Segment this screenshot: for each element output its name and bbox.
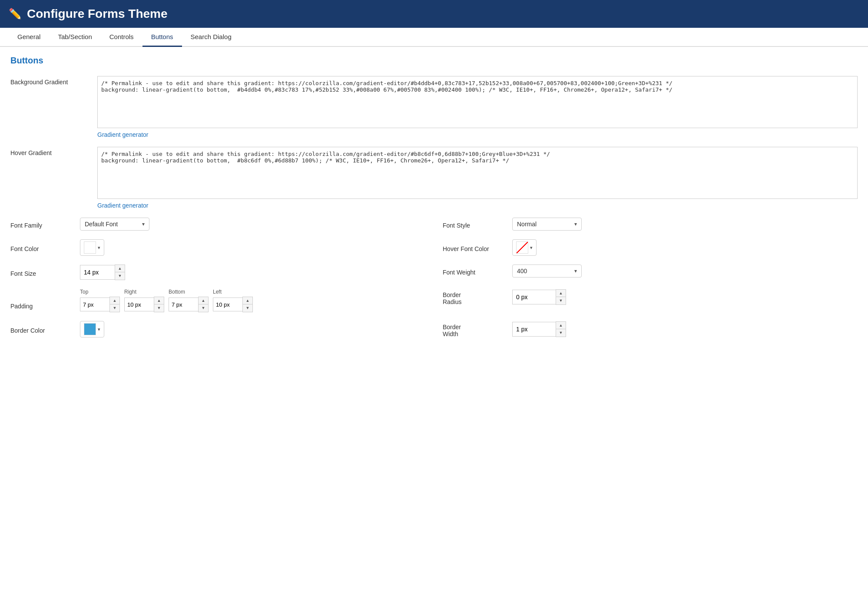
border-radius-input[interactable] [512,290,556,304]
padding-bottom-input-wrapper: ▲ ▼ [169,297,209,312]
tab-general[interactable]: General [9,28,49,47]
border-color-label: Border Color [10,324,80,334]
font-family-select[interactable]: Default Font ▾ [80,218,149,231]
hover-font-color-button[interactable]: ▾ [512,239,537,256]
padding-row: Padding Top ▲ ▼ Right [10,289,858,312]
chevron-down-icon-5: ▾ [574,268,577,274]
border-width-spinners: ▲ ▼ [556,321,566,337]
padding-right-item: Right ▲ ▼ [124,289,164,312]
border-radius-up[interactable]: ▲ [556,290,566,297]
font-color-swatch [84,241,96,254]
padding-bottom-down[interactable]: ▼ [199,304,208,312]
font-size-down[interactable]: ▼ [115,272,125,280]
padding-right-label: Right [124,289,164,295]
hover-gradient-row: Hover Gradient /* Permalink - use to edi… [10,147,858,209]
border-width-down[interactable]: ▼ [556,329,566,337]
border-width-input[interactable] [512,322,556,337]
tab-search-dialog[interactable]: Search Dialog [182,28,240,47]
font-color-row: Font Color ▾ Hover Font Color ▾ [10,239,858,256]
padding-group: Top ▲ ▼ Right ▲ ▼ [80,289,253,312]
font-weight-select[interactable]: 400 ▾ [512,264,582,278]
hover-gradient-label: Hover Gradient [10,147,97,156]
padding-left-label: Left [213,289,253,295]
hover-gradient-control: /* Permalink - use to edit and share thi… [97,147,858,209]
font-size-row: Font Size ▲ ▼ Font Weight 400 ▾ [10,264,858,280]
padding-right-up[interactable]: ▲ [154,297,164,304]
padding-top-item: Top ▲ ▼ [80,289,120,312]
border-radius-down[interactable]: ▼ [556,297,566,304]
border-width-up[interactable]: ▲ [556,322,566,329]
tab-bar: General Tab/Section Controls Buttons Sea… [0,28,868,47]
chevron-down-icon: ▾ [142,221,145,227]
padding-bottom-spinners: ▲ ▼ [198,297,209,312]
chevron-down-icon-4: ▾ [530,245,533,251]
tab-buttons[interactable]: Buttons [142,28,182,47]
font-style-select[interactable]: Normal ▾ [512,218,582,231]
border-radius-input-wrapper: ▲ ▼ [512,289,566,305]
padding-left-spinners: ▲ ▼ [242,297,253,312]
font-size-col: Font Size ▲ ▼ [10,264,425,280]
padding-right-input-wrapper: ▲ ▼ [124,297,164,312]
border-radius-label: BorderRadius [443,289,512,305]
font-color-button[interactable]: ▾ [80,239,104,256]
padding-top-up[interactable]: ▲ [110,297,119,304]
padding-top-label: Top [80,289,120,295]
border-color-swatch [84,323,96,335]
background-gradient-textarea[interactable]: /* Permalink - use to edit and share thi… [97,76,858,128]
padding-right-input[interactable] [124,298,154,311]
padding-left-item: Left ▲ ▼ [213,289,253,312]
tab-controls[interactable]: Controls [101,28,142,47]
font-family-value: Default Font [85,221,118,228]
hover-font-color-col: Hover Font Color ▾ [425,239,858,256]
border-radius-col: BorderRadius ▲ ▼ [425,289,858,305]
border-width-input-wrapper: ▲ ▼ [512,321,566,337]
hover-gradient-textarea[interactable]: /* Permalink - use to edit and share thi… [97,147,858,199]
chevron-down-icon-6: ▾ [98,327,100,332]
font-style-label: Font Style [443,219,512,229]
chevron-down-icon-2: ▾ [574,221,577,227]
chevron-down-icon-3: ▾ [98,245,100,251]
padding-left-down[interactable]: ▼ [243,304,252,312]
tab-tab-section[interactable]: Tab/Section [49,28,100,47]
border-radius-spinners: ▲ ▼ [556,289,566,305]
padding-left-up[interactable]: ▲ [243,297,252,304]
font-family-label: Font Family [10,219,80,229]
border-width-col: BorderWidth ▲ ▼ [425,321,858,337]
font-size-spinners: ▲ ▼ [115,264,125,280]
font-size-up[interactable]: ▲ [115,265,125,272]
padding-bottom-up[interactable]: ▲ [199,297,208,304]
padding-top-down[interactable]: ▼ [110,304,119,312]
font-color-label: Font Color [10,243,80,252]
padding-col: Padding Top ▲ ▼ Right [10,289,425,312]
padding-top-input-wrapper: ▲ ▼ [80,297,120,312]
font-size-label: Font Size [10,268,80,277]
padding-bottom-label: Bottom [169,289,209,295]
background-gradient-control: /* Permalink - use to edit and share thi… [97,76,858,138]
border-color-button[interactable]: ▾ [80,321,104,337]
padding-bottom-item: Bottom ▲ ▼ [169,289,209,312]
font-weight-label: Font Weight [443,266,512,276]
padding-left-input-wrapper: ▲ ▼ [213,297,253,312]
font-weight-col: Font Weight 400 ▾ [425,264,858,278]
padding-right-down[interactable]: ▼ [154,304,164,312]
section-title: Buttons [10,56,858,66]
page-header: ✏️ Configure Forms Theme [0,0,868,28]
padding-label: Padding [10,300,80,312]
gradient-link-1[interactable]: Gradient generator [97,131,149,138]
font-family-col: Font Family Default Font ▾ [10,218,425,231]
edit-icon: ✏️ [9,8,22,20]
font-size-input-wrapper: ▲ ▼ [80,264,125,280]
border-color-col: Border Color ▾ [10,321,425,337]
font-style-col: Font Style Normal ▾ [425,218,858,231]
font-weight-value: 400 [517,268,527,274]
background-gradient-label: Background Gradient [10,76,97,86]
main-content: Buttons Background Gradient /* Permalink… [0,47,868,355]
border-width-label: BorderWidth [443,321,512,337]
font-size-input[interactable] [80,265,115,280]
font-color-col: Font Color ▾ [10,239,425,256]
padding-left-input[interactable] [213,298,242,311]
padding-bottom-input[interactable] [169,298,198,311]
padding-top-input[interactable] [80,298,109,311]
gradient-link-2[interactable]: Gradient generator [97,202,149,209]
font-family-row: Font Family Default Font ▾ Font Style No… [10,218,858,231]
